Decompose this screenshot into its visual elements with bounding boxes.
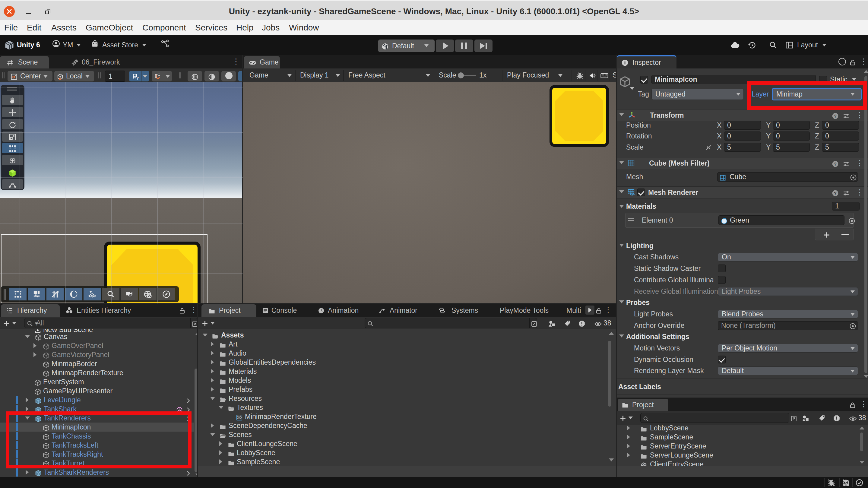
- svg-text:Y: Y: [136, 76, 139, 81]
- svg-text:?: ?: [834, 114, 837, 119]
- svg-text:?: ?: [834, 191, 837, 196]
- svg-text:?: ?: [834, 162, 837, 166]
